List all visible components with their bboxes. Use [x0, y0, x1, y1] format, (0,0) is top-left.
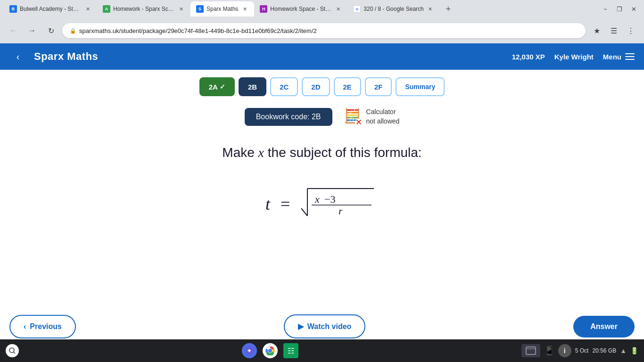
- calculator-label: Calculator not allowed: [366, 107, 400, 126]
- browser-tab-sparx-maths[interactable]: S Sparx Maths ✕: [190, 1, 254, 16]
- back-nav-button[interactable]: ←: [6, 23, 21, 38]
- taskbar-time: 20:56 GB: [592, 347, 616, 354]
- main-content: 2A ✓2B2C2D2E2FSummary Bookwork code: 2B …: [0, 70, 644, 236]
- window-controls: − ❐ ✕: [599, 2, 640, 16]
- tab-favicon-homework-studyx: H: [260, 5, 267, 13]
- chrome-icon[interactable]: [263, 343, 278, 358]
- taskbar-center: ✦ ☷: [23, 343, 518, 358]
- address-input[interactable]: 🔒 sparxmaths.uk/student/package/29e0c74f…: [62, 23, 586, 38]
- user-name: Kyle Wright: [554, 53, 594, 61]
- wifi-icon: ▲: [620, 347, 627, 354]
- close-button[interactable]: ✕: [627, 2, 640, 16]
- taskbar-phone-icon[interactable]: 📱: [544, 346, 554, 356]
- tab-title-homework-sparx: Homework - Sparx Science: [113, 6, 174, 12]
- taskbar: ✦ ☷ 📱 i 5 Oct 20:56 GB ▲ 🔋: [0, 339, 644, 362]
- battery-icon: 🔋: [630, 347, 638, 354]
- extensions-icon[interactable]: ☰: [606, 23, 621, 38]
- task-tab-Summary[interactable]: Summary: [396, 77, 445, 96]
- browser-tab-homework-sparx[interactable]: A Homework - Sparx Science ✕: [97, 1, 190, 16]
- taskbar-calendar-icon[interactable]: [521, 344, 540, 357]
- tab-close-homework-studyx[interactable]: ✕: [334, 5, 342, 13]
- minimize-button[interactable]: −: [599, 2, 612, 16]
- taskbar-right: 📱 i 5 Oct 20:56 GB ▲ 🔋: [521, 344, 638, 357]
- bookwork-row: Bookwork code: 2B 🧮 ✕ Calculator not all…: [0, 100, 644, 126]
- calculator-not-allowed-icon: ✕: [355, 119, 363, 126]
- bookwork-badge: Bookwork code: 2B: [245, 108, 332, 126]
- address-bar-row: ← → ↻ 🔒 sparxmaths.uk/student/package/29…: [0, 18, 644, 43]
- task-tab-2A[interactable]: 2A ✓: [199, 77, 235, 96]
- previous-chevron-icon: ‹: [24, 322, 26, 331]
- forward-nav-button[interactable]: →: [25, 23, 40, 38]
- svg-point-9: [9, 348, 14, 353]
- svg-line-3: [301, 208, 307, 216]
- svg-text:t: t: [265, 195, 271, 214]
- calculator-icon-wrap: 🧮 ✕: [344, 107, 363, 126]
- assistant-icon[interactable]: ✦: [242, 343, 257, 358]
- svg-text:−3: −3: [324, 193, 335, 205]
- watch-video-button[interactable]: ▶ Watch video: [284, 314, 366, 338]
- browser-tab-bulwell[interactable]: B Bulwell Academy - Student H ✕: [4, 1, 97, 16]
- browser-chrome: B Bulwell Academy - Student H ✕ A Homewo…: [0, 0, 644, 43]
- menu-button[interactable]: Menu: [603, 53, 635, 61]
- task-tabs: 2A ✓2B2C2D2E2FSummary: [0, 70, 644, 100]
- previous-button[interactable]: ‹ Previous: [9, 315, 76, 338]
- bookmark-icon[interactable]: ★: [589, 23, 604, 38]
- task-tab-2D[interactable]: 2D: [302, 77, 330, 96]
- tab-favicon-sparx-maths: S: [196, 5, 204, 13]
- reload-button[interactable]: ↻: [43, 23, 58, 38]
- answer-button[interactable]: Answer: [573, 316, 635, 337]
- tab-favicon-bulwell: B: [9, 5, 17, 13]
- svg-line-10: [14, 352, 15, 354]
- tab-close-homework-sparx[interactable]: ✕: [177, 5, 185, 13]
- hamburger-icon: [625, 53, 635, 60]
- new-tab-button[interactable]: +: [442, 2, 455, 16]
- task-tab-2C[interactable]: 2C: [270, 77, 298, 96]
- more-options-icon[interactable]: ⋮: [623, 23, 638, 38]
- tab-close-sparx-maths[interactable]: ✕: [241, 5, 248, 13]
- tab-favicon-google: G: [353, 5, 361, 13]
- browser-tab-homework-studyx[interactable]: H Homework Space - StudyX ✕: [254, 1, 347, 16]
- tab-title-homework-studyx: Homework Space - StudyX: [270, 6, 331, 12]
- svg-point-12: [268, 349, 272, 353]
- xp-badge: 12,030 XP: [512, 53, 545, 61]
- footer-row: ‹ Previous ▶ Watch video Answer: [0, 314, 644, 338]
- task-tab-2E[interactable]: 2E: [334, 77, 361, 96]
- tab-close-google[interactable]: ✕: [427, 5, 434, 13]
- taskbar-date: 5 Oct: [575, 347, 589, 354]
- taskbar-info-icon[interactable]: i: [558, 344, 571, 357]
- check-icon: ✓: [220, 83, 225, 90]
- toolbar-icons: ★ ☰ ⋮: [589, 23, 638, 38]
- taskbar-search-icon[interactable]: [6, 344, 19, 357]
- address-text: sparxmaths.uk/student/package/29e0c74f-4…: [79, 27, 317, 34]
- tab-title-bulwell: Bulwell Academy - Student H: [20, 6, 81, 12]
- svg-text:r: r: [339, 205, 343, 217]
- tab-close-bulwell[interactable]: ✕: [84, 5, 91, 13]
- svg-text:x: x: [314, 193, 320, 205]
- sheets-icon[interactable]: ☷: [283, 343, 298, 358]
- svg-text:=: =: [281, 195, 290, 214]
- header-right: 12,030 XP Kyle Wright Menu: [512, 53, 635, 61]
- math-formula: t = x −3 r: [256, 179, 388, 226]
- tab-title-google: 320 / 8 - Google Search: [363, 6, 423, 12]
- tab-favicon-homework-sparx: A: [103, 5, 110, 13]
- svg-rect-13: [526, 347, 536, 354]
- back-button[interactable]: ‹: [9, 48, 26, 65]
- app-logo: Sparx Maths: [34, 50, 98, 63]
- question-text: Make x the subject of this formula:: [222, 145, 421, 160]
- task-tab-2B[interactable]: 2B: [239, 77, 266, 96]
- restore-button[interactable]: ❐: [613, 2, 626, 16]
- tab-title-sparx-maths: Sparx Maths: [206, 6, 238, 12]
- app-header: ‹ Sparx Maths 12,030 XP Kyle Wright Menu: [0, 43, 644, 70]
- lock-icon: 🔒: [70, 28, 76, 34]
- question-area: Make x the subject of this formula: t = …: [0, 126, 644, 236]
- browser-tab-google[interactable]: G 320 / 8 - Google Search ✕: [347, 1, 439, 16]
- tab-bar: B Bulwell Academy - Student H ✕ A Homewo…: [0, 0, 644, 18]
- task-tab-2F[interactable]: 2F: [365, 77, 392, 96]
- video-play-icon: ▶: [298, 322, 304, 331]
- calculator-info: 🧮 ✕ Calculator not allowed: [344, 107, 400, 126]
